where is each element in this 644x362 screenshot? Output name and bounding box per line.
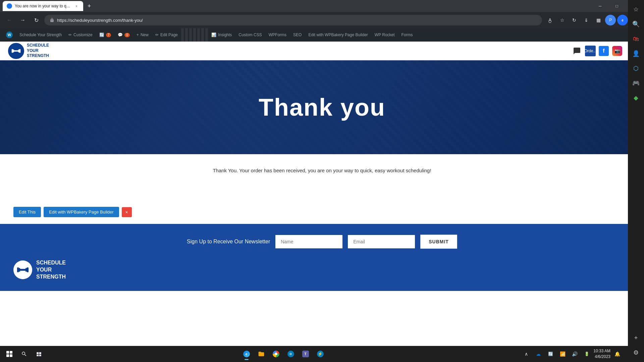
taskbar: e D T ⚡ ∧ ☁ 🔄 📶 🔊 🔋 10:33 AM 4 <box>0 346 628 362</box>
wp-forms-button[interactable]: Forms <box>398 28 416 42</box>
edit-buttons-row: Edit This Edit with WPBakery Page Builde… <box>13 207 631 217</box>
orders-button[interactable]: Orde... <box>585 46 596 56</box>
maximize-button[interactable]: □ <box>609 0 625 12</box>
delete-block-button[interactable]: × <box>122 207 132 217</box>
svg-rect-3 <box>13 49 14 52</box>
new-tab-button[interactable]: + <box>85 1 94 11</box>
onedrive-icon[interactable]: ☁ <box>533 349 544 359</box>
hero-title: Thank you <box>259 94 385 121</box>
back-button[interactable]: ← <box>4 15 15 25</box>
edge-sidebar-history-icon[interactable]: 👤 <box>629 47 643 60</box>
edit-wpbakery-button[interactable]: Edit with WPBakery Page Builder <box>44 207 119 217</box>
taskbar-chrome-icon[interactable] <box>269 347 283 361</box>
site-logo[interactable]: SCHEDULE YOUR STRENGTH <box>8 43 49 59</box>
edge-sidebar-add-icon[interactable]: + <box>629 331 643 345</box>
wp-edit-page-button[interactable]: ✏ Edit Page <box>152 28 181 42</box>
instagram-icon[interactable]: 📷 <box>612 46 623 56</box>
forms-label: Forms <box>401 33 413 37</box>
edit-page-icon: ✏ <box>155 33 159 37</box>
volume-icon[interactable]: 🔊 <box>569 349 580 359</box>
wp-new-button[interactable]: + New <box>133 28 152 42</box>
wp-seo-button[interactable]: SEO <box>290 28 305 42</box>
taskbar-system-tray: ∧ ☁ 🔄 📶 🔊 🔋 10:33 AM 4/6/2023 🔔 <box>521 348 625 360</box>
favorites-star-icon[interactable]: ☆ <box>557 15 568 25</box>
wp-logo-button[interactable]: W <box>3 28 16 42</box>
taskbar-explorer-icon[interactable] <box>255 347 268 361</box>
battery-icon[interactable]: 🔋 <box>581 349 592 359</box>
file-explorer-icon <box>258 351 265 357</box>
seo-label: SEO <box>293 33 302 37</box>
footer-logo: SCHEDULE YOUR STRENGTH <box>13 259 631 280</box>
downloads-icon[interactable]: ⇓ <box>581 15 592 25</box>
start-button[interactable] <box>3 347 16 361</box>
wp-rocket-button[interactable]: WP Rocket <box>371 28 398 42</box>
collections-icon[interactable]: ▦ <box>593 15 604 25</box>
browser-icons-right: A̲ ☆ ↻ ⇓ ▦ P e ⋯ <box>545 15 640 25</box>
loading-bar <box>181 28 208 42</box>
taskbar-search-icon <box>21 351 27 357</box>
wp-comments-button[interactable]: 💬 0 <box>114 28 133 42</box>
wpforms-label: WPForms <box>269 33 286 37</box>
newsletter-row: Sign Up to Receive Our Newsletter SUBMIT <box>13 235 631 249</box>
taskbar-edge-icon[interactable]: e <box>240 347 253 361</box>
footer-logo-text: SCHEDULE YOUR STRENGTH <box>36 259 66 280</box>
teams-logo: T <box>302 351 309 357</box>
translate-icon[interactable]: A̲ <box>545 15 555 25</box>
notification-button[interactable]: 🔔 <box>612 349 623 359</box>
insights-label: Insights <box>218 33 232 37</box>
taskbar-clock[interactable]: 10:33 AM 4/6/2023 <box>593 348 610 360</box>
updates-badge: 7 <box>106 33 111 37</box>
taskbar-teams-icon[interactable]: T <box>299 347 312 361</box>
hidden-icons-button[interactable]: ∧ <box>521 349 532 359</box>
taskbar-search-button[interactable] <box>17 347 31 361</box>
address-input[interactable]: https://scheduleyourstrength.com/thank-y… <box>44 15 542 25</box>
taskbar-dell-icon[interactable]: D <box>284 347 298 361</box>
svg-rect-7 <box>27 267 29 272</box>
facebook-icon[interactable]: f <box>598 46 609 56</box>
minimize-button[interactable]: ─ <box>592 0 608 12</box>
active-tab[interactable]: You are now in your way to quic... × <box>3 1 83 11</box>
main-content: Thank You. Your order has been received,… <box>0 154 644 224</box>
edit-this-button[interactable]: Edit This <box>13 207 41 217</box>
chat-icon[interactable] <box>572 46 582 56</box>
newsletter-email-input[interactable] <box>348 235 415 248</box>
edge-sidebar-favorites-icon[interactable]: ☆ <box>629 3 643 16</box>
updates-icon: 🔄 <box>99 33 104 37</box>
wp-wpforms-button[interactable]: WPForms <box>265 28 290 42</box>
lock-icon <box>50 18 54 22</box>
taskbar-malwarebytes-icon[interactable]: ⚡ <box>314 347 327 361</box>
dumbbell-svg <box>11 46 21 56</box>
newsletter-submit-button[interactable]: SUBMIT <box>420 235 457 249</box>
edge-sidebar-games-icon[interactable]: 🎮 <box>629 76 643 90</box>
wp-custom-css-button[interactable]: Custom CSS <box>235 28 265 42</box>
edge-sidebar-shopping-icon[interactable]: 🛍 <box>629 32 643 46</box>
svg-rect-8 <box>19 268 20 272</box>
edge-browser-icon[interactable]: e <box>617 15 628 25</box>
custom-css-label: Custom CSS <box>238 33 262 37</box>
url-display[interactable]: https://scheduleyourstrength.com/thank-y… <box>57 18 537 23</box>
wp-customize-button[interactable]: ✏ Customize <box>65 28 96 42</box>
edge-sidebar-settings-icon[interactable]: ⚙ <box>629 346 643 359</box>
taskbar-taskview-button[interactable] <box>32 347 46 361</box>
tab-close-button[interactable]: × <box>74 3 79 9</box>
profile-button[interactable]: P <box>605 15 616 25</box>
customize-icon: ✏ <box>68 33 72 37</box>
newsletter-name-input[interactable] <box>275 235 342 248</box>
wp-insights-button[interactable]: 📊 Insights <box>208 28 235 42</box>
wp-updates-button[interactable]: 🔄 7 <box>96 28 115 42</box>
edge-update-icon[interactable]: 🔄 <box>545 349 556 359</box>
edge-sidebar-office-icon[interactable]: ◆ <box>629 91 643 105</box>
insights-icon: 📊 <box>211 33 216 37</box>
chrome-logo <box>273 351 279 357</box>
edge-sidebar-outlook-icon[interactable]: ⬡ <box>629 62 643 75</box>
wifi-icon[interactable]: 📶 <box>557 349 568 359</box>
page-content: SCHEDULE YOUR STRENGTH Orde... f <box>0 42 644 346</box>
wp-admin-bar: W Schedule Your Strength ✏ Customize 🔄 7… <box>0 28 644 42</box>
forward-button[interactable]: → <box>17 15 28 25</box>
wp-edit-wpbakery-button[interactable]: Edit with WPBakery Page Builder <box>305 28 371 42</box>
wp-site-name[interactable]: Schedule Your Strength <box>16 28 65 42</box>
refresh-icon[interactable]: ↻ <box>569 15 580 25</box>
site-name-label: Schedule Your Strength <box>19 33 62 37</box>
edge-sidebar-search-icon[interactable]: 🔍 <box>629 17 643 31</box>
reload-button[interactable]: ↻ <box>31 15 42 25</box>
